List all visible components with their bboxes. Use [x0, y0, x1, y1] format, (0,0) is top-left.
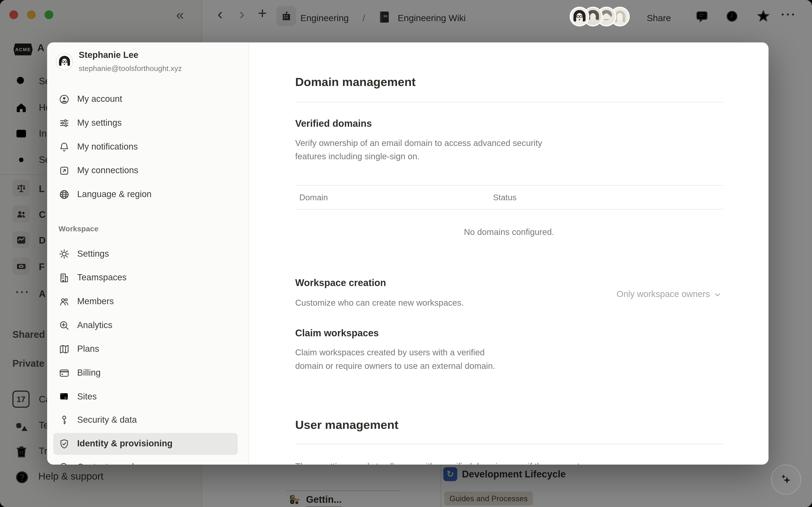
browser-cursor-icon [59, 391, 70, 402]
sidebar-item-label: Content search [77, 462, 137, 464]
sidebar-item-my-account[interactable]: My account [53, 89, 238, 110]
sidebar-item-label: My connections [77, 166, 138, 176]
sidebar-item-sites[interactable]: Sites [53, 386, 238, 408]
sidebar-item-label: Language & region [77, 189, 152, 200]
verified-domains-heading: Verified domains [295, 118, 372, 129]
sidebar-item-billing[interactable]: Billing [53, 362, 238, 384]
sidebar-item-label: Billing [77, 368, 101, 378]
table-header-domain: Domain [299, 191, 328, 205]
credit-card-icon [59, 368, 70, 379]
settings-sidebar: Stephanie Lee stephanie@toolsforthought.… [47, 43, 249, 464]
sidebar-item-identity-provisioning[interactable]: Identity & provisioning [53, 433, 238, 455]
table-top-border [295, 185, 723, 186]
sidebar-item-analytics[interactable]: Analytics [53, 315, 238, 336]
sidebar-item-label: My settings [77, 118, 122, 128]
sidebar-item-my-settings[interactable]: My settings [53, 112, 238, 134]
sidebar-item-members[interactable]: Members [53, 291, 238, 313]
gear-icon [59, 248, 70, 260]
table-empty-state: No domains configured. [295, 225, 723, 238]
members-icon [59, 296, 70, 307]
building-icon [59, 272, 70, 283]
sliders-icon [59, 117, 70, 129]
dropdown-value: Only workspace owners [617, 289, 710, 299]
bell-icon [59, 141, 70, 153]
settings-content: Domain management Verified domains Verif… [295, 43, 723, 464]
sidebar-item-label: Security & data [77, 415, 137, 425]
table-bottom-border [295, 209, 723, 209]
magnifier-sparkle-icon [59, 320, 70, 331]
sidebar-item-label: Settings [77, 249, 109, 259]
user-avatar [56, 54, 72, 70]
claim-workspaces-description: Claim workspaces created by users with a… [295, 346, 495, 373]
chevron-down-icon [714, 291, 721, 298]
sparkles-icon [777, 471, 795, 489]
globe-icon [59, 189, 70, 200]
sidebar-item-label: My account [77, 94, 122, 105]
app-window: « ‹ › + Engineering / Engineering Wiki [0, 0, 812, 507]
person-circle-icon [59, 94, 70, 105]
sidebar-item-label: Analytics [77, 320, 112, 331]
sidebar-item-label: Sites [77, 392, 97, 402]
sidebar-item-my-notifications[interactable]: My notifications [53, 136, 238, 158]
sidebar-item-teamspaces[interactable]: Teamspaces [53, 267, 238, 289]
magnifier-icon [59, 461, 70, 464]
sidebar-item-label: Identity & provisioning [77, 439, 172, 449]
claim-workspaces-heading: Claim workspaces [295, 327, 379, 339]
sidebar-item-security-data[interactable]: Security & data [53, 409, 238, 431]
workspace-creation-description: Customize who can create new workspaces. [295, 296, 464, 309]
user-management-heading: User management [295, 418, 398, 432]
workspace-creation-dropdown[interactable]: Only workspace owners [617, 289, 721, 299]
sidebar-item-my-connections[interactable]: My connections [53, 160, 238, 182]
sidebar-item-settings[interactable]: Settings [53, 243, 238, 265]
table-header-status: Status [493, 191, 516, 205]
sidebar-item-label: Members [77, 296, 114, 307]
sidebar-item-language-region[interactable]: Language & region [53, 183, 238, 205]
avatar [570, 7, 589, 26]
sidebar-item-label: My notifications [77, 142, 138, 152]
verified-domains-description: Verify ownership of an email domain to a… [295, 136, 542, 163]
map-icon [59, 343, 70, 355]
workspace-section-label: Workspace [59, 225, 99, 233]
settings-modal: Stephanie Lee stephanie@toolsforthought.… [47, 43, 768, 464]
sidebar-item-label: Plans [77, 344, 99, 354]
arrow-up-right-square-icon [59, 165, 70, 176]
page-title: Domain management [295, 75, 416, 89]
divider [295, 444, 723, 444]
user-management-description-clipped: These settings apply to all users with a… [295, 459, 761, 464]
sidebar-item-label: Teamspaces [77, 273, 126, 283]
user-email: stephanie@toolsforthought.xyz [79, 64, 182, 72]
shield-check-icon [59, 438, 70, 450]
screen: « ‹ › + Engineering / Engineering Wiki [0, 0, 812, 507]
workspace-creation-heading: Workspace creation [295, 277, 386, 289]
divider [295, 102, 723, 102]
key-icon [59, 414, 70, 426]
sidebar-item-content-search[interactable]: Content search [53, 456, 238, 464]
ai-sparkle-button [771, 464, 801, 495]
sidebar-item-plans[interactable]: Plans [53, 338, 238, 360]
user-name: Stephanie Lee [79, 50, 138, 61]
